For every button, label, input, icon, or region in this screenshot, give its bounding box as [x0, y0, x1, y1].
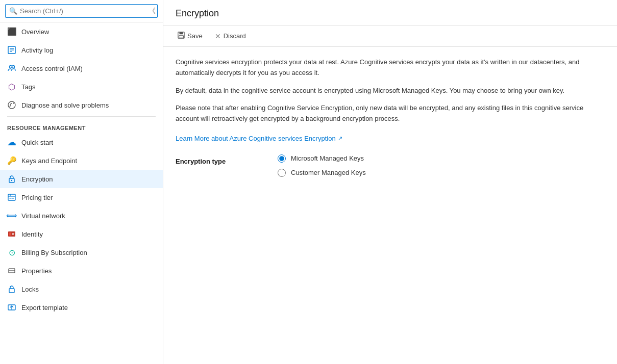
microsoft-managed-keys-option[interactable]: Microsoft Managed Keys	[278, 154, 366, 163]
properties-icon	[7, 266, 16, 275]
svg-point-5	[12, 66, 15, 68]
sidebar-item-label: Diagnose and solve problems	[21, 101, 109, 109]
sidebar-item-activity-log[interactable]: Activity log	[0, 41, 163, 59]
pricing-icon	[7, 193, 16, 202]
description-block: Cognitive services encryption protects y…	[176, 57, 605, 124]
sidebar-item-label: Properties	[21, 267, 52, 275]
main-content: Encryption Save ✕ Discard Cognitive serv…	[163, 0, 617, 364]
sidebar-item-label: Access control (IAM)	[21, 65, 83, 72]
microsoft-managed-label: Microsoft Managed Keys	[291, 154, 364, 162]
sidebar-item-locks[interactable]: Locks	[0, 280, 163, 298]
discard-label: Discard	[224, 32, 246, 40]
sidebar-item-identity[interactable]: Identity	[0, 225, 163, 243]
keys-icon: 🔑	[7, 156, 16, 165]
radio-options: Microsoft Managed Keys Customer Managed …	[278, 154, 366, 177]
search-icon: 🔍	[9, 7, 17, 15]
description-3: Please note that after enabling Cognitiv…	[176, 103, 605, 124]
sidebar-item-label: Export template	[21, 304, 68, 311]
search-bar: 🔍 《	[0, 0, 163, 22]
svg-rect-13	[12, 233, 14, 233]
svg-rect-14	[12, 235, 14, 235]
svg-point-7	[11, 180, 12, 181]
svg-rect-12	[9, 232, 11, 236]
resource-nav: ☁ Quick start 🔑 Keys and Endpoint Encryp…	[0, 133, 163, 317]
encryption-type-section: Encryption type Microsoft Managed Keys C…	[176, 154, 605, 177]
nav-divider	[7, 116, 156, 117]
sidebar-item-label: Activity log	[21, 46, 53, 54]
locks-icon	[7, 284, 16, 294]
sidebar-item-label: Virtual network	[21, 212, 65, 220]
microsoft-managed-radio[interactable]	[278, 154, 286, 163]
sidebar-item-billing[interactable]: ⊙ Billing By Subscription	[0, 243, 163, 262]
discard-button[interactable]: ✕ Discard	[213, 31, 248, 41]
customer-managed-keys-option[interactable]: Customer Managed Keys	[278, 169, 366, 177]
toolbar: Save ✕ Discard	[163, 25, 617, 47]
svg-rect-20	[9, 289, 14, 293]
discard-icon: ✕	[215, 32, 221, 40]
description-1: Cognitive services encryption protects y…	[176, 57, 605, 79]
sidebar-item-export-template[interactable]: Export template	[0, 298, 163, 317]
sidebar-item-overview[interactable]: ⬛ Overview	[0, 22, 163, 41]
learn-more-text: Learn More about Azure Cognitive service…	[176, 135, 336, 142]
top-nav: ⬛ Overview Activity log	[0, 22, 163, 114]
sidebar-item-label: Billing By Subscription	[21, 249, 87, 256]
overview-icon: ⬛	[7, 27, 16, 36]
activity-log-icon	[7, 45, 16, 55]
encryption-type-label: Encryption type	[176, 154, 247, 165]
identity-icon	[7, 229, 16, 239]
sidebar-item-label: Tags	[21, 83, 35, 91]
search-input[interactable]	[5, 4, 158, 18]
svg-rect-8	[8, 194, 15, 200]
sidebar-item-encryption[interactable]: Encryption	[0, 170, 163, 188]
diagnose-icon	[7, 100, 16, 110]
customer-managed-radio[interactable]	[278, 169, 286, 177]
learn-more-link[interactable]: Learn More about Azure Cognitive service…	[176, 135, 342, 142]
customer-managed-label: Customer Managed Keys	[291, 169, 366, 176]
quick-start-icon: ☁	[7, 138, 16, 147]
sidebar-item-label: Encryption	[21, 175, 53, 183]
iam-icon	[7, 64, 16, 73]
sidebar-item-iam[interactable]: Access control (IAM)	[0, 59, 163, 77]
billing-icon: ⊙	[7, 248, 16, 257]
external-link-icon: ↗	[338, 135, 342, 142]
sidebar-item-virtual-network[interactable]: ⟺ Virtual network	[0, 206, 163, 225]
page-header: Encryption	[163, 0, 617, 25]
content-body: Cognitive services encryption protects y…	[163, 47, 617, 187]
export-icon	[7, 303, 16, 312]
description-2: By default, data in the cognitive servic…	[176, 86, 605, 96]
sidebar-item-label: Quick start	[21, 139, 53, 146]
sidebar-item-label: Identity	[21, 230, 43, 238]
sidebar-item-properties[interactable]: Properties	[0, 262, 163, 280]
save-button[interactable]: Save	[176, 31, 205, 41]
vnet-icon: ⟺	[7, 211, 16, 220]
svg-point-4	[10, 66, 12, 68]
tags-icon: ⬡	[7, 82, 16, 91]
svg-rect-25	[179, 36, 184, 38]
page-title: Encryption	[176, 8, 605, 19]
sidebar-item-label: Keys and Endpoint	[21, 157, 77, 165]
resource-management-header: RESOURCE MANAGEMENT	[0, 119, 163, 133]
svg-rect-24	[180, 32, 183, 34]
sidebar-item-quick-start[interactable]: ☁ Quick start	[0, 133, 163, 151]
encryption-icon	[7, 174, 16, 184]
sidebar-item-label: Locks	[21, 285, 39, 293]
sidebar-item-diagnose[interactable]: Diagnose and solve problems	[0, 96, 163, 114]
collapse-sidebar-button[interactable]: 《	[149, 7, 156, 16]
sidebar-item-label: Pricing tier	[21, 194, 53, 201]
sidebar-item-keys-endpoint[interactable]: 🔑 Keys and Endpoint	[0, 151, 163, 170]
save-icon	[178, 32, 185, 40]
sidebar-item-pricing-tier[interactable]: Pricing tier	[0, 188, 163, 206]
sidebar-item-label: Overview	[21, 28, 49, 36]
save-label: Save	[187, 32, 203, 40]
sidebar-item-tags[interactable]: ⬡ Tags	[0, 77, 163, 96]
sidebar: 🔍 《 ⬛ Overview Activity log	[0, 0, 163, 364]
